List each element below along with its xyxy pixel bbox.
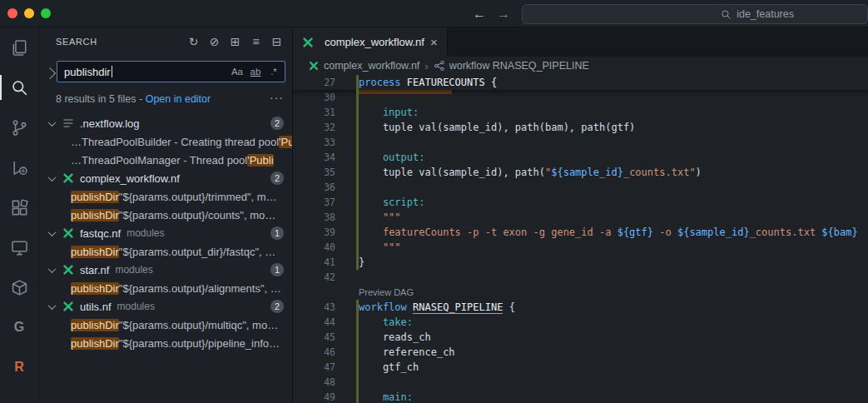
breadcrumb-file[interactable]: complex_workflow.nf bbox=[324, 60, 419, 72]
search-result-file[interactable]: fastqc.nfmodules1 bbox=[39, 224, 292, 242]
tab-complex-workflow[interactable]: complex_workflow.nf × bbox=[293, 27, 448, 57]
close-window-button[interactable] bbox=[7, 8, 17, 18]
code-editor[interactable]: 3031 input:32 tuple val(sample_id), path… bbox=[293, 75, 868, 403]
traffic-lights bbox=[0, 8, 51, 18]
search-result-file[interactable]: utils.nfmodules2 bbox=[39, 297, 292, 316]
remote-explorer-icon bbox=[11, 239, 28, 256]
activity-run-debug-icon[interactable] bbox=[0, 147, 38, 187]
search-result-match[interactable]: publishDir "${params.output}/alignments"… bbox=[39, 279, 292, 297]
code-line[interactable]: 38 """ bbox=[293, 210, 868, 225]
command-center-search[interactable]: ide_features bbox=[522, 4, 868, 24]
code-line[interactable]: 31 input: bbox=[293, 105, 868, 120]
refresh-icon[interactable]: ↻ bbox=[186, 33, 202, 50]
vscode-window: ← → ide_features GR SEARCH ↻⊘⊞≡⊟ publish… bbox=[0, 0, 868, 403]
nextflow-file-icon bbox=[62, 263, 75, 276]
activity-r-extension-icon[interactable]: R bbox=[0, 347, 38, 387]
line-number: 33 bbox=[293, 135, 359, 150]
log-file-icon bbox=[62, 117, 75, 130]
line-number: 41 bbox=[293, 255, 359, 270]
chevron-down-icon[interactable] bbox=[48, 173, 57, 182]
code-line[interactable]: 35 tuple val(sample_id), path("${sample_… bbox=[293, 165, 868, 180]
code-line[interactable]: 39 featureCounts -p -t exon -g gene_id -… bbox=[293, 225, 868, 240]
search-result-match[interactable]: publishDir "${params.output}/pipeline_in… bbox=[39, 334, 292, 352]
activity-source-control-icon[interactable] bbox=[0, 107, 38, 147]
result-count-badge: 1 bbox=[270, 263, 284, 276]
activity-search-icon[interactable] bbox=[0, 67, 38, 107]
regex-toggle[interactable]: .* bbox=[265, 63, 282, 80]
forward-button[interactable]: → bbox=[497, 7, 510, 22]
code-line[interactable]: 33 bbox=[293, 135, 868, 150]
search-result-file[interactable]: star.nfmodules1 bbox=[39, 261, 292, 279]
code-line[interactable]: 37 script: bbox=[293, 195, 868, 210]
back-button[interactable]: ← bbox=[473, 7, 486, 22]
sidebar-title: SEARCH bbox=[56, 37, 97, 47]
whole-word-toggle[interactable]: ab bbox=[247, 63, 264, 80]
code-line[interactable]: 46 reference_ch bbox=[293, 345, 868, 360]
sidebar-header: SEARCH ↻⊘⊞≡⊟ bbox=[39, 27, 292, 56]
view-as-list-icon[interactable]: ≡ bbox=[248, 33, 265, 50]
search-result-file[interactable]: .nextflow.log2 bbox=[39, 114, 292, 132]
codelens-preview-dag[interactable]: Preview DAG bbox=[293, 285, 868, 300]
code-line[interactable]: 36 bbox=[293, 180, 868, 195]
code-line[interactable]: 41} bbox=[293, 255, 868, 270]
open-in-editor-link[interactable]: Open in editor bbox=[146, 93, 211, 105]
minimize-window-button[interactable] bbox=[24, 8, 34, 18]
clear-results-icon[interactable]: ⊘ bbox=[206, 33, 223, 50]
nextflow-file-icon bbox=[308, 60, 320, 72]
activity-remote-explorer-icon[interactable] bbox=[0, 227, 38, 267]
file-path: modules bbox=[117, 301, 155, 312]
chevron-down-icon[interactable] bbox=[48, 301, 57, 310]
search-row: publishdir Aa ab .* bbox=[39, 56, 292, 82]
search-result-match[interactable]: …ThreadPoolManager - Thread pool 'Publi bbox=[39, 151, 292, 169]
search-result-file[interactable]: complex_workflow.nf2 bbox=[39, 169, 292, 187]
file-name: star.nf bbox=[80, 264, 109, 276]
code-line[interactable]: 27process FEATURECOUNTS { bbox=[293, 75, 497, 90]
search-result-match[interactable]: publishDir "${params.output}/trimmed", m… bbox=[39, 187, 292, 206]
activity-gitlens-icon[interactable]: G bbox=[0, 307, 38, 347]
search-result-match[interactable]: …ThreadPoolBuilder - Creating thread poo… bbox=[39, 132, 292, 151]
result-count-badge: 1 bbox=[270, 226, 284, 240]
code-line[interactable]: 40 """ bbox=[293, 240, 868, 255]
chevron-down-icon[interactable] bbox=[48, 228, 57, 236]
code-line[interactable]: 49 main: bbox=[293, 390, 868, 403]
chevron-down-icon[interactable] bbox=[48, 265, 57, 273]
search-input[interactable]: publishdir Aa ab .* bbox=[57, 61, 285, 82]
explorer-icon bbox=[11, 39, 28, 57]
search-details-button[interactable]: ··· bbox=[270, 91, 284, 104]
file-name: utils.nf bbox=[80, 301, 112, 313]
code-line[interactable]: 48 bbox=[293, 375, 868, 390]
collapse-all-icon[interactable]: ⊟ bbox=[269, 33, 285, 50]
code-line[interactable]: 47 gtf_ch bbox=[293, 360, 868, 375]
match-highlight: publishDir bbox=[71, 246, 119, 258]
file-name: complex_workflow.nf bbox=[80, 172, 180, 185]
search-icon bbox=[721, 9, 732, 20]
code-line[interactable]: 44 take: bbox=[293, 315, 868, 330]
match-case-toggle[interactable]: Aa bbox=[229, 63, 246, 80]
match-highlight: publishDir bbox=[71, 191, 119, 203]
activity-containers-icon[interactable] bbox=[0, 267, 38, 307]
chevron-down-icon[interactable] bbox=[48, 118, 57, 127]
code-line[interactable]: 45 reads_ch bbox=[293, 330, 868, 345]
line-number: 32 bbox=[293, 120, 359, 135]
code-line[interactable]: 34 output: bbox=[293, 150, 868, 165]
run-debug-icon bbox=[11, 159, 28, 177]
new-search-editor-icon[interactable]: ⊞ bbox=[227, 33, 244, 50]
search-result-match[interactable]: publishDir "${params.output}/counts", mo… bbox=[39, 206, 292, 224]
search-result-match[interactable]: publishDir "${params.output}/multiqc", m… bbox=[39, 316, 292, 334]
breadcrumb-symbol[interactable]: workflow RNASEQ_PIPELINE bbox=[449, 60, 589, 72]
maximize-window-button[interactable] bbox=[41, 8, 51, 18]
code-line[interactable]: 32 tuple val(sample_id), path(bam), path… bbox=[293, 120, 868, 135]
sticky-scroll-line[interactable]: 27process FEATURECOUNTS { bbox=[293, 75, 868, 90]
code-line[interactable]: 42 bbox=[293, 270, 868, 285]
nextflow-file-icon bbox=[62, 172, 75, 185]
toggle-replace-chevron-icon[interactable] bbox=[44, 67, 56, 79]
code-line[interactable]: 43workflow RNASEQ_PIPELINE { bbox=[293, 300, 868, 315]
nextflow-file-icon bbox=[62, 226, 75, 240]
activity-explorer-icon[interactable] bbox=[0, 27, 38, 67]
file-path: modules bbox=[115, 264, 152, 276]
tab-close-icon[interactable]: × bbox=[429, 35, 439, 49]
result-count-badge: 2 bbox=[270, 117, 284, 130]
search-result-match[interactable]: publishDir "${params.output_dir}/fastqc"… bbox=[39, 242, 292, 261]
activity-extensions-icon[interactable] bbox=[0, 187, 38, 227]
command-center-text: ide_features bbox=[737, 8, 794, 20]
